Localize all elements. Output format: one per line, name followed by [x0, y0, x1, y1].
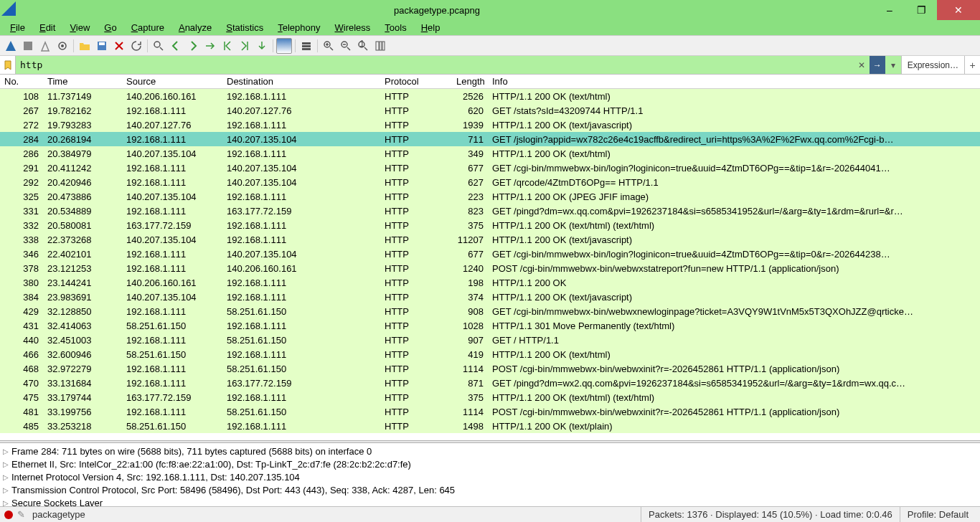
go-last-icon[interactable]	[237, 38, 253, 54]
window-title: packagetype.pcapng	[0, 5, 874, 16]
filter-apply-button[interactable]: →	[870, 56, 885, 74]
packet-row[interactable]: 28620.384979140.207.135.104192.168.1.111…	[0, 146, 980, 161]
col-protocol[interactable]: Protocol	[380, 76, 452, 87]
menu-file[interactable]: File	[3, 21, 32, 34]
menu-capture[interactable]: Capture	[124, 21, 171, 34]
packet-row[interactable]: 48533.25321858.251.61.150192.168.1.111HT…	[0, 419, 980, 433]
packet-row[interactable]: 26719.782162192.168.1.111140.207.127.76H…	[0, 103, 980, 118]
svg-point-5	[154, 42, 160, 47]
find-packet-icon[interactable]	[151, 38, 166, 54]
save-file-icon[interactable]	[94, 38, 110, 54]
svg-rect-8	[302, 48, 311, 50]
open-file-icon[interactable]	[77, 38, 93, 54]
detail-line[interactable]: ▷Transmission Control Protocol, Src Port…	[0, 483, 980, 496]
col-destination[interactable]: Destination	[222, 76, 380, 87]
packet-list[interactable]: 10811.737149140.206.160.161192.168.1.111…	[0, 89, 980, 440]
restart-capture-icon[interactable]	[37, 38, 53, 54]
detail-line[interactable]: ▷Internet Protocol Version 4, Src: 192.1…	[0, 470, 980, 483]
col-time[interactable]: Time	[43, 76, 122, 87]
toggle-icon[interactable]	[298, 38, 314, 54]
filter-add-button[interactable]: +	[964, 56, 980, 74]
col-length[interactable]: Length	[452, 76, 488, 87]
packet-row[interactable]: 34622.402101192.168.1.111140.207.135.104…	[0, 247, 980, 261]
menu-edit[interactable]: Edit	[32, 21, 62, 34]
svg-rect-6	[302, 42, 311, 44]
menu-view[interactable]: View	[62, 21, 97, 34]
col-no[interactable]: No.	[0, 76, 43, 87]
close-button[interactable]: ✕	[937, 0, 980, 20]
detail-line[interactable]: ▷Frame 284: 711 bytes on wire (5688 bits…	[0, 445, 980, 457]
col-source[interactable]: Source	[122, 76, 222, 87]
main-toolbar: 1	[0, 36, 980, 56]
svg-point-2	[61, 44, 64, 47]
packet-row[interactable]: 43132.41406358.251.61.150192.168.1.111HT…	[0, 318, 980, 333]
close-file-icon[interactable]	[111, 38, 127, 54]
go-forward-icon[interactable]	[185, 38, 201, 54]
packet-details[interactable]: ▷Frame 284: 711 bytes on wire (5688 bits…	[0, 443, 980, 508]
packet-row[interactable]: 47533.179744163.177.72.159192.168.1.111H…	[0, 390, 980, 404]
menu-wireless[interactable]: Wireless	[328, 21, 378, 34]
title-bar: packagetype.pcapng – ❐ ✕	[0, 0, 980, 20]
packet-row[interactable]: 33822.373268140.207.135.104192.168.1.111…	[0, 232, 980, 247]
go-back-icon[interactable]	[168, 38, 184, 54]
capture-options-icon[interactable]	[55, 38, 70, 54]
packet-row[interactable]: 46832.972279192.168.1.11158.251.61.150HT…	[0, 361, 980, 376]
menu-bar: FileEditViewGoCaptureAnalyzeStatisticsTe…	[0, 20, 980, 36]
col-info[interactable]: Info	[488, 76, 980, 87]
menu-help[interactable]: Help	[414, 21, 448, 34]
filter-dropdown-icon[interactable]: ▾	[885, 56, 901, 74]
svg-rect-7	[302, 45, 311, 47]
svg-rect-15	[382, 42, 385, 50]
wand-icon[interactable]: ✎	[17, 509, 25, 520]
packet-row[interactable]: 29120.411242192.168.1.111140.207.135.104…	[0, 161, 980, 175]
packet-row[interactable]: 33120.534889192.168.1.111163.177.72.159H…	[0, 204, 980, 218]
packet-row[interactable]: 28420.268194192.168.1.111140.207.135.104…	[0, 132, 980, 146]
menu-telephony[interactable]: Telephony	[270, 21, 327, 34]
packet-row[interactable]: 38423.983691140.207.135.104192.168.1.111…	[0, 290, 980, 304]
maximize-button[interactable]: ❐	[905, 0, 937, 20]
go-to-packet-icon[interactable]	[202, 38, 218, 54]
status-file: packagetype	[32, 509, 641, 520]
packet-row[interactable]: 27219.793283140.207.127.76192.168.1.111H…	[0, 118, 980, 132]
packet-row[interactable]: 48133.199756192.168.1.11158.251.61.150HT…	[0, 404, 980, 419]
packet-row[interactable]: 32520.473886140.207.135.104192.168.1.111…	[0, 189, 980, 204]
packet-row[interactable]: 29220.420946192.168.1.111140.207.135.104…	[0, 175, 980, 189]
zoom-in-icon[interactable]	[321, 38, 336, 54]
stop-capture-icon[interactable]	[20, 38, 36, 54]
reload-file-icon[interactable]	[128, 38, 144, 54]
packet-row[interactable]: 37823.121253192.168.1.111140.206.160.161…	[0, 261, 980, 275]
packet-row[interactable]: 44032.451003192.168.1.11158.251.61.150HT…	[0, 333, 980, 347]
packet-row[interactable]: 46632.60094658.251.61.150192.168.1.111HT…	[0, 347, 980, 361]
menu-analyze[interactable]: Analyze	[171, 21, 219, 34]
colorize-icon[interactable]	[276, 38, 292, 54]
filter-clear-button[interactable]: ✕	[854, 56, 870, 74]
resize-columns-icon[interactable]	[372, 38, 388, 54]
filter-bookmark-icon[interactable]	[0, 56, 16, 74]
svg-rect-13	[376, 42, 379, 50]
go-first-icon[interactable]	[220, 38, 235, 54]
minimize-button[interactable]: –	[874, 0, 905, 20]
svg-rect-0	[24, 42, 32, 50]
menu-tools[interactable]: Tools	[377, 21, 413, 34]
start-capture-icon[interactable]	[3, 38, 19, 54]
expression-button[interactable]: Expression…	[901, 56, 964, 74]
packet-row[interactable]: 33220.580081163.177.72.159192.168.1.111H…	[0, 218, 980, 232]
svg-rect-14	[380, 42, 382, 50]
packet-row[interactable]: 10811.737149140.206.160.161192.168.1.111…	[0, 89, 980, 103]
detail-line[interactable]: ▷Ethernet II, Src: IntelCor_22:a1:00 (fc…	[0, 457, 980, 470]
packet-row[interactable]: 38023.144241140.206.160.161192.168.1.111…	[0, 275, 980, 290]
status-profile[interactable]: Profile: Default	[900, 507, 976, 522]
display-filter-input[interactable]	[16, 56, 854, 74]
svg-rect-4	[99, 42, 105, 45]
status-bar: ✎ packagetype Packets: 1376 · Displayed:…	[0, 506, 980, 522]
status-packets: Packets: 1376 · Displayed: 145 (10.5%) ·…	[641, 507, 900, 522]
zoom-out-icon[interactable]	[338, 38, 354, 54]
packet-list-header: No. Time Source Destination Protocol Len…	[0, 75, 980, 89]
menu-statistics[interactable]: Statistics	[219, 21, 270, 34]
menu-go[interactable]: Go	[97, 21, 123, 34]
expert-info-icon[interactable]	[4, 511, 13, 519]
packet-row[interactable]: 42932.128850192.168.1.11158.251.61.150HT…	[0, 304, 980, 318]
zoom-reset-icon[interactable]: 1	[355, 38, 371, 54]
packet-row[interactable]: 47033.131684192.168.1.111163.177.72.159H…	[0, 376, 980, 390]
auto-scroll-icon[interactable]	[254, 38, 270, 54]
